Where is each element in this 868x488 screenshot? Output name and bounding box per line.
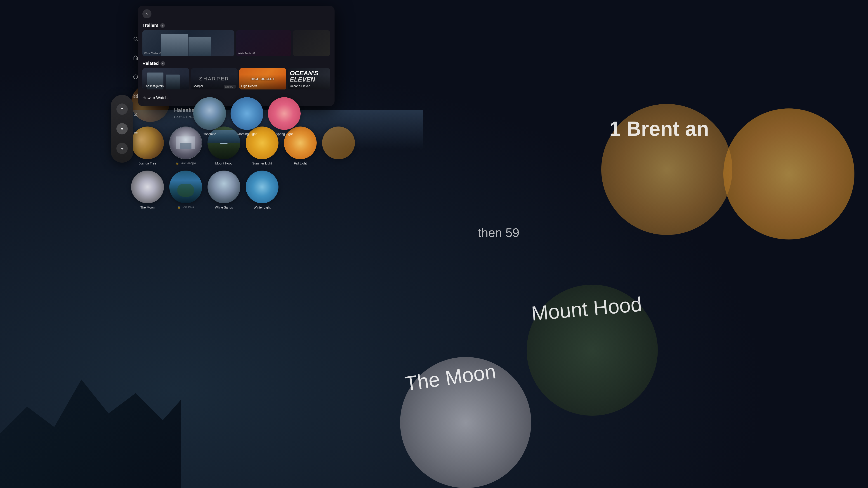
morning-light-label: Morning Light	[237, 132, 256, 136]
trailer-2-label: Wolfs Trailer #2	[238, 52, 255, 55]
white-sands-circle	[208, 170, 240, 203]
bora-bora-circle	[169, 170, 202, 203]
screensaver-item-bora-bora[interactable]: 🔒 Bora Bora	[169, 170, 202, 209]
the-moon-circle	[131, 170, 164, 203]
then59-text: then 59	[478, 225, 520, 240]
svg-point-6	[135, 113, 136, 115]
screensaver-item-partial	[322, 127, 355, 165]
back-button[interactable]	[143, 9, 151, 18]
screensaver-item-the-moon[interactable]: The Moon	[131, 170, 164, 209]
svg-rect-5	[136, 96, 137, 98]
trailer-thumb-1[interactable]: Wolfs Trailer #1	[143, 30, 235, 56]
related-section-header: Related 4	[138, 60, 335, 68]
mount-hood-label: Mount Hood	[215, 162, 232, 165]
window-spring-light-circle	[268, 97, 301, 130]
white-sands-image	[208, 170, 240, 203]
trailers-container: Wolfs Trailer #1 Wolfs Trailer #2	[138, 30, 335, 60]
fall-light-label: Fall Light	[294, 162, 307, 165]
bora-bora-lock-icon: 🔒	[178, 205, 181, 209]
trailer-figure-3	[293, 30, 330, 56]
screensaver-row-3: The Moon 🔒 Bora Bora White Sands Wi	[129, 170, 423, 209]
window-morning-light-circle	[230, 97, 264, 130]
person-silhouette-2	[188, 37, 212, 56]
winter-light-image	[246, 170, 278, 203]
appletv-window: Trailers 2 Wolfs Trailer #1 Wolfs Traile…	[138, 6, 335, 106]
svg-rect-3	[136, 94, 137, 95]
bora-bora-sublabel: 🔒 Bora Bora	[178, 205, 194, 209]
white-sands-label: White Sands	[215, 205, 233, 209]
svg-point-1	[133, 75, 138, 79]
trailer-thumb-3[interactable]	[293, 30, 330, 56]
trailers-title: Trailers	[143, 23, 158, 28]
oceans-label: Ocean's Eleven	[290, 84, 310, 88]
morning-light-image	[230, 97, 264, 130]
lake-vrangla-sublabel: 🔒 Lake Vrangla	[176, 162, 196, 165]
trailer-thumb-2[interactable]: Wolfs Trailer #2	[236, 30, 291, 56]
remote-control	[111, 95, 133, 163]
related-badge: 4	[160, 61, 165, 66]
winter-light-circle	[246, 170, 278, 203]
window-topbar	[138, 6, 335, 22]
instigators-label: The Instigators	[144, 84, 164, 88]
partial-circle	[322, 127, 355, 159]
related-card-instigators[interactable]: The Instigators	[143, 68, 189, 90]
the-moon-image	[131, 170, 164, 203]
trailers-section-header: Trailers 2	[138, 22, 335, 30]
window-row1-circles: Yosemite Morning Light Spring Light	[193, 97, 301, 136]
bg-circle-large-2	[723, 108, 855, 239]
sidebar-icon-home[interactable]	[131, 53, 141, 63]
sidebar-icon-circle[interactable]	[131, 72, 141, 82]
joshua-tree-label: Joshua Tree	[139, 162, 156, 165]
spring-light-label: Spring Light	[276, 132, 293, 136]
related-card-oceans[interactable]: OCEAN'SELEVEN Ocean's Eleven	[288, 68, 330, 90]
remote-btn-down[interactable]	[116, 143, 128, 154]
screensaver-item-white-sands[interactable]: White Sands	[208, 170, 240, 209]
winter-light-label: Winter Light	[254, 205, 271, 209]
remote-btn-select[interactable]	[116, 123, 128, 134]
sharper-label: Sharper	[193, 84, 203, 88]
related-title: Related	[143, 61, 159, 66]
spring-light-image	[268, 97, 301, 130]
summer-light-label: Summer Light	[252, 162, 272, 165]
screensaver-item-winter-light[interactable]: Winter Light	[246, 170, 278, 209]
bora-bora-label: Bora Bora	[182, 205, 194, 209]
yosemite-image	[193, 97, 226, 130]
svg-rect-4	[134, 96, 135, 98]
lock-icon: 🔒	[176, 162, 179, 165]
trailers-badge: 2	[160, 23, 165, 28]
related-card-sharper[interactable]: SHARPER apple tv+ Sharper	[191, 68, 238, 90]
remote-btn-up[interactable]	[116, 103, 128, 115]
svg-point-0	[134, 37, 137, 40]
highdesert-label: High Desert	[241, 84, 257, 88]
bora-bora-image	[169, 170, 202, 203]
person-silhouette-1	[161, 34, 188, 56]
svg-point-10	[121, 128, 123, 129]
svg-rect-2	[134, 94, 135, 95]
yosemite-label: Yosemite	[203, 132, 216, 136]
window-yosemite-item[interactable]: Yosemite	[193, 97, 226, 136]
sidebar-icon-grid[interactable]	[131, 91, 141, 101]
sidebar-icon-search[interactable]	[131, 34, 141, 44]
window-yosemite-circle	[193, 97, 226, 130]
related-card-highdesert[interactable]: HIGH DESERT High Desert	[239, 68, 286, 90]
brent-text: 1 Brent an	[610, 117, 709, 140]
window-morning-light-item[interactable]: Morning Light	[230, 97, 264, 136]
related-cards-row: The Instigators SHARPER apple tv+ Sharpe…	[138, 68, 335, 93]
trailer-1-label: Wolfs Trailer #1	[144, 52, 161, 55]
lake-vrangla-label: Lake Vrangla	[180, 162, 196, 165]
window-spring-light-item[interactable]: Spring Light	[268, 97, 301, 136]
the-moon-label: The Moon	[141, 205, 155, 209]
